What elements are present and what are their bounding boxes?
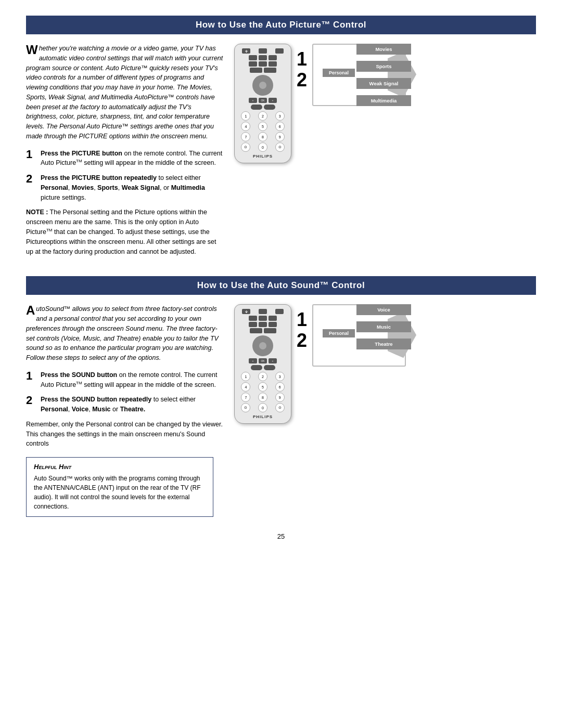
remote-brand-1: PHILIPS: [238, 154, 288, 159]
remote-btn-plus2: +: [269, 98, 277, 103]
remote-btn-r1a: [249, 55, 257, 60]
section1-header: How to Use the Auto Picture™ Control: [26, 16, 536, 34]
remote2-num-2: 2: [258, 372, 267, 381]
remote-num-7: 7: [241, 132, 250, 141]
menu-item-voice: Voice: [356, 304, 411, 315]
remote2-btn-prog: [275, 309, 284, 314]
section2-step1: 1 Press the SOUND button on the remote c…: [26, 370, 224, 390]
remote2-btn-sleep: [259, 309, 267, 314]
remote-num-0: 0: [258, 142, 267, 152]
remote2-btn-wide1: [250, 328, 262, 333]
remote-btn-r2c: [269, 61, 277, 67]
remote2-btn-r1a: [249, 316, 257, 321]
remote2-btn-plus2: +: [269, 358, 277, 363]
menu-item-theatre: Theatre: [356, 339, 411, 349]
section1-step1: 1 Press the PICTURE button on the remote…: [26, 149, 224, 168]
remote2-num-0a: ⊙: [241, 403, 250, 412]
page-number: 25: [26, 532, 536, 540]
remote2-btn-oval2: [264, 365, 275, 370]
remote-num-2: 2: [258, 111, 267, 121]
section2-menu-list: Voice Music Theatre: [356, 304, 411, 349]
step-nums-2: 1 2: [297, 309, 307, 350]
section1-menu-list: Movies Sports Weak Signal Multimedia: [356, 44, 411, 106]
section1-step1-num: 1: [26, 149, 35, 168]
remote2-btn-r2b: [259, 322, 267, 327]
remote-control-2: ⏻: [234, 304, 291, 424]
remote-num-9: 9: [275, 132, 285, 141]
remote-num-4: 4: [241, 122, 250, 131]
section1-step2-text: Press the PICTURE button repeatedly to s…: [41, 173, 224, 202]
remote2-btn-wide2: [264, 328, 276, 333]
section2-dropcap: A: [26, 304, 35, 317]
section1: How to Use the Auto Picture™ Control Whe…: [26, 16, 536, 261]
remote-btn-wide1: [250, 68, 262, 73]
menu-item-sports: Sports: [356, 61, 411, 72]
remote-btn-r1b: [259, 55, 267, 60]
hint-title: Helpful Hint: [34, 463, 206, 471]
menu-item-multimedia: Multimedia: [356, 95, 411, 106]
remote-numpad: 1 2 3 4 5 6 7 8 9 ⊙ 0 ⊙: [238, 111, 288, 152]
remote2-nav-center: [259, 342, 266, 349]
remote-btn-prog: [275, 48, 284, 54]
section2-diagram: ⏻: [234, 304, 411, 517]
section2-step1-text: Press the SOUND button on the remote con…: [41, 370, 224, 390]
remote-btn-r2a: [249, 61, 257, 67]
remote-btn-oval2: [264, 105, 275, 110]
remote2-nav: [252, 335, 273, 356]
remote2-btn-r2a: [249, 322, 257, 327]
remote-btn-ok: OK: [259, 98, 267, 103]
remote2-num-0b: ⊙: [275, 403, 285, 412]
section1-personal-label: Personal: [323, 69, 355, 77]
remote-btn-wide2: [264, 68, 276, 73]
remote-num-8: 8: [258, 132, 267, 141]
section2-header: How to Use the Auto Sound™ Control: [26, 276, 536, 295]
helpful-hint-box: Helpful Hint Auto Sound™ works only with…: [26, 457, 213, 517]
remote-num-0b: ⊙: [275, 142, 285, 152]
section2-intro: AutoSound™ allows you to select from thr…: [26, 304, 224, 363]
section1-intro: Whether you're watching a movie or a vid…: [26, 44, 224, 141]
remote-num-3: 3: [275, 111, 285, 121]
section1-remote-area: ⏻: [234, 44, 307, 163]
remote-btn-r2b: [259, 61, 267, 67]
hint-text: Auto Sound™ works only with the programs…: [34, 474, 206, 511]
remote2-btn-oval1: [251, 365, 262, 370]
section2: How to Use the Auto Sound™ Control AutoS…: [26, 276, 536, 517]
remote-control-1: ⏻: [234, 44, 291, 163]
remote2-btn-plus: +: [249, 358, 257, 363]
remote2-num-5: 5: [258, 382, 267, 392]
remote2-num-0: 0: [258, 403, 267, 412]
section2-note: Remember, only the Personal control can …: [26, 420, 224, 449]
section2-step2-num: 2: [26, 395, 35, 414]
remote-btn-oval1: [251, 105, 262, 110]
remote-btn-r1c: [269, 55, 277, 60]
remote2-num-8: 8: [258, 393, 267, 402]
section1-note: NOTE : The Personal setting and the Pict…: [26, 207, 224, 256]
menu-item-music: Music: [356, 321, 411, 332]
menu-item-weaksignal: Weak Signal: [356, 78, 411, 89]
section1-text-col: Whether you're watching a movie or a vid…: [26, 44, 224, 261]
remote2-num-3: 3: [275, 372, 285, 381]
remote2-btn-r2c: [269, 322, 277, 327]
remote2-num-9: 9: [275, 393, 285, 402]
remote2-numpad: 1 2 3 4 5 6 7 8 9 ⊙ 0 ⊙: [238, 372, 288, 412]
remote2-btn-r1b: [259, 316, 267, 321]
remote-num-1: 1: [241, 111, 250, 121]
section2-intro-text: utoSound™ allows you to select from thre…: [26, 305, 219, 361]
remote-num-5: 5: [258, 122, 267, 131]
section1-step2-num: 2: [26, 173, 35, 202]
step-nums-1: 1 2: [297, 49, 307, 90]
remote2-num-7: 7: [241, 393, 250, 402]
remote2-btn-standby: ⏻: [242, 309, 250, 314]
remote-brand-2: PHILIPS: [238, 414, 288, 419]
remote2-num-4: 4: [241, 382, 250, 392]
section1-screen-menu: Personal Movies Sports Weak Signal Multi…: [312, 44, 411, 210]
remote2-num-6: 6: [275, 382, 285, 392]
remote2-num-1: 1: [241, 372, 250, 381]
section2-personal-label: Personal: [323, 329, 355, 337]
section2-step1-num: 1: [26, 370, 35, 390]
section2-remote-area: ⏻: [234, 304, 307, 424]
section2-screen-menu: Personal Voice Music Theatre: [312, 304, 411, 471]
section2-step2: 2 Press the SOUND button repeatedly to s…: [26, 395, 224, 414]
remote-nav: [252, 75, 273, 96]
remote2-btn-r1c: [269, 316, 277, 321]
